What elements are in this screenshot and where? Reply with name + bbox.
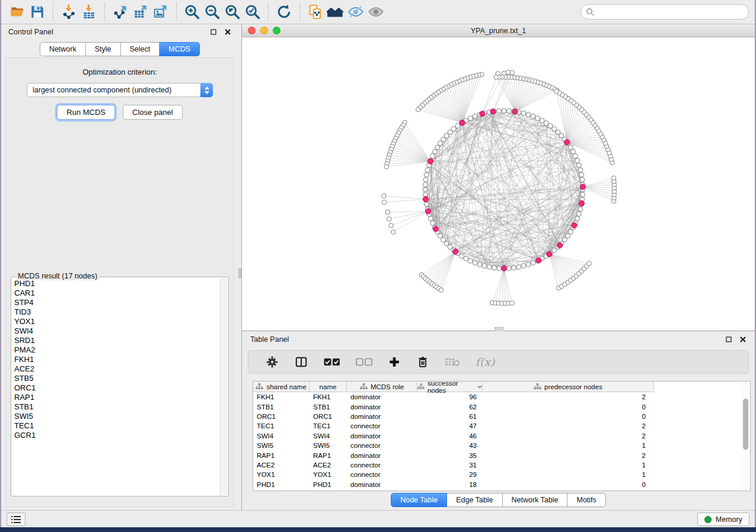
mcds-result-scrollbar[interactable] — [220, 278, 228, 495]
table-row[interactable]: SWI5SWI5connector431 — [253, 441, 750, 450]
table-row[interactable]: RAP1RAP1dominator352 — [253, 450, 750, 460]
table-row[interactable]: PHD1PHD1dominator180 — [253, 480, 750, 489]
export-table-icon[interactable] — [130, 2, 151, 21]
table-row[interactable]: FKH1FKH1dominator962 — [253, 392, 750, 402]
tab-motifs[interactable]: Motifs — [567, 493, 605, 507]
copy-network-icon[interactable] — [305, 2, 326, 21]
tab-network[interactable]: Network — [40, 42, 86, 56]
hide-selected-icon[interactable] — [346, 2, 366, 21]
table-row[interactable]: SWI4SWI4dominator462 — [253, 431, 750, 441]
column-header-name[interactable]: name — [310, 382, 347, 392]
open-file-icon[interactable] — [7, 2, 27, 21]
refresh-layout-icon[interactable] — [274, 2, 294, 21]
add-column-icon[interactable] — [380, 352, 409, 371]
run-mcds-button[interactable]: Run MCDS — [57, 105, 115, 120]
mcds-result-item[interactable]: ORC1 — [14, 383, 218, 393]
mcds-result-item[interactable]: STP4 — [14, 298, 218, 307]
mcds-result-item[interactable]: PHD1 — [14, 279, 218, 289]
table-row[interactable]: ACE2ACE2connector311 — [253, 460, 750, 470]
tab-network-table[interactable]: Network Table — [503, 493, 568, 507]
export-image-icon[interactable] — [151, 2, 171, 21]
mcds-result-item[interactable]: TID3 — [14, 307, 218, 317]
memory-status-icon — [704, 516, 712, 523]
task-history-button[interactable] — [7, 512, 25, 526]
mcds-result-item[interactable]: TEC1 — [14, 421, 218, 431]
show-all-icon[interactable] — [366, 2, 386, 21]
zoom-selected-icon[interactable] — [243, 2, 263, 21]
optimization-criterion-dropdown[interactable]: largest connected component (undirected) — [27, 83, 213, 97]
tab-node-table[interactable]: Node Table — [391, 493, 447, 507]
attribute-type-icon — [417, 383, 425, 390]
mcds-result-item[interactable]: RAP1 — [14, 393, 218, 402]
table-row[interactable]: ORC1ORC1dominator610 — [253, 412, 750, 421]
scrollbar-thumb[interactable] — [743, 399, 748, 450]
table-cell: YOX1 — [310, 470, 347, 479]
column-header-shared-name[interactable]: shared name — [253, 382, 310, 392]
table-cell: 29 — [417, 470, 483, 479]
mcds-result-item[interactable]: STB1 — [14, 402, 218, 412]
close-panel-icon[interactable] — [739, 336, 747, 343]
tab-mcds[interactable]: MCDS — [160, 42, 200, 56]
table-row[interactable]: TEC1TEC1connector472 — [253, 421, 750, 431]
search-input[interactable] — [598, 8, 744, 16]
table-scrollbar[interactable] — [742, 382, 749, 490]
first-neighbors-icon[interactable] — [326, 2, 346, 21]
splitter-handle[interactable] — [238, 268, 241, 278]
minimize-window-icon[interactable] — [260, 27, 268, 34]
network-graph[interactable] — [242, 38, 755, 331]
select-all-checkboxes-icon[interactable] — [316, 352, 348, 371]
tab-style[interactable]: Style — [86, 42, 121, 56]
mcds-result-item[interactable]: SWI5 — [14, 412, 218, 421]
table-cell: connector — [347, 421, 417, 431]
mcds-result-item[interactable]: SWI4 — [14, 326, 218, 336]
network-window-titlebar[interactable]: YPA_prune.txt_1 — [242, 24, 755, 37]
column-header-predecessor-nodes[interactable]: predecessor nodes — [483, 382, 654, 392]
mcds-result-item[interactable]: ACE2 — [14, 364, 218, 374]
mcds-result-list[interactable]: PHD1CAR1STP4TID3YOX1SWI4SRD1PMA2FKH1ACE2… — [14, 279, 218, 495]
close-panel-button[interactable]: Close panel — [123, 105, 183, 120]
table-cell: ACE2 — [310, 460, 347, 470]
float-panel-icon[interactable] — [210, 28, 217, 36]
float-panel-icon[interactable] — [725, 336, 732, 343]
delete-column-icon[interactable] — [409, 352, 437, 371]
export-network-icon[interactable] — [110, 2, 130, 21]
network-canvas[interactable] — [242, 38, 755, 331]
mcds-result-item[interactable]: GCR1 — [14, 431, 218, 440]
table-cell: ORC1 — [253, 412, 310, 421]
table-cell: 2 — [483, 421, 654, 431]
maximize-window-icon[interactable] — [273, 27, 280, 34]
save-session-icon[interactable] — [27, 2, 47, 21]
mcds-result-item[interactable]: STB5 — [14, 374, 218, 383]
tab-select[interactable]: Select — [121, 42, 160, 56]
dropdown-stepper-icon — [200, 83, 213, 97]
control-panel-tabs: Network Style Select MCDS — [1, 42, 238, 56]
column-header-successor-nodes[interactable]: successor nodes — [417, 382, 483, 392]
table-row[interactable]: YOX1YOX1connector291 — [253, 470, 750, 479]
horizontal-splitter-handle[interactable] — [495, 327, 503, 331]
close-window-icon[interactable] — [248, 27, 256, 34]
mcds-result-item[interactable]: CAR1 — [14, 289, 218, 298]
main-toolbar — [1, 0, 755, 24]
import-table-icon[interactable] — [79, 2, 99, 21]
table-cell: dominator — [347, 480, 417, 489]
zoom-out-icon[interactable] — [202, 2, 222, 21]
tab-edge-table[interactable]: Edge Table — [447, 493, 502, 507]
table-cell: 2 — [483, 392, 654, 402]
zoom-in-icon[interactable] — [182, 2, 202, 21]
mcds-result-item[interactable]: SRD1 — [14, 336, 218, 345]
settings-gear-icon[interactable] — [258, 352, 286, 371]
mcds-result-item[interactable]: PMA2 — [14, 345, 218, 355]
deselect-all-checkboxes-icon[interactable] — [348, 352, 380, 371]
mcds-result-item[interactable]: FKH1 — [14, 355, 218, 364]
column-layout-icon[interactable] — [286, 352, 316, 371]
close-panel-icon[interactable] — [224, 28, 231, 36]
import-network-icon[interactable] — [59, 2, 79, 21]
zoom-fit-icon[interactable] — [222, 2, 243, 21]
table-panel: Table Panel — [242, 331, 755, 510]
memory-button[interactable]: Memory — [697, 512, 749, 526]
column-header-mcds-role[interactable]: MCDS role — [347, 382, 417, 392]
mcds-result-item[interactable]: YOX1 — [14, 317, 218, 326]
table-cell: SWI5 — [310, 441, 347, 450]
table-row[interactable]: STB1STB1dominator620 — [253, 402, 750, 411]
table-cell: 0 — [483, 480, 654, 489]
